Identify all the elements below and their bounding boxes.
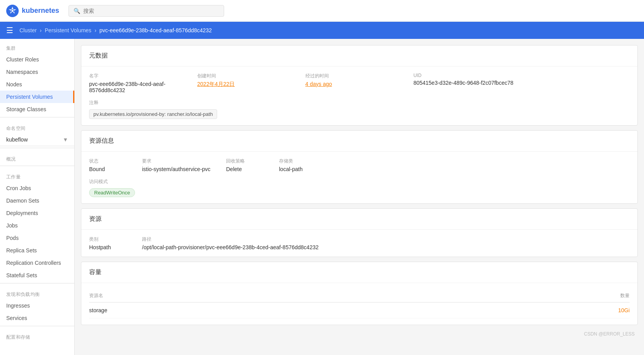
sidebar-item-daemon-sets[interactable]: Daemon Sets: [0, 194, 74, 207]
namespace-value: kubeflow: [6, 136, 28, 143]
created-value[interactable]: 2022年4月22日: [197, 81, 305, 88]
main-layout: 集群 Cluster Roles Namespaces Nodes Persis…: [0, 39, 644, 355]
resource-info-body: 状态 Bound 要求 istio-system/authservice-pvc…: [81, 152, 637, 203]
access-mode-section: 访问模式 ReadWriteOnce: [89, 178, 630, 197]
access-mode-label: 访问模式: [89, 178, 630, 185]
capacity-card: 容量 资源名 数量 storage 10Gi: [81, 262, 638, 325]
sidebar-item-ingresses[interactable]: Ingresses: [0, 299, 74, 312]
reclaim-label: 回收策略: [226, 158, 273, 164]
annotation-chip: pv.kubernetes.io/provisioned-by: rancher…: [89, 109, 217, 119]
sidebar-item-replication-controllers[interactable]: Replication Controllers: [0, 257, 74, 269]
resource-name-col: 资源名: [89, 289, 420, 303]
discovery-section-label: 发现和负载均衡: [0, 285, 74, 299]
sidebar-item-cron-jobs[interactable]: Cron Jobs: [0, 182, 74, 194]
config-section-label: 配置和存储: [0, 328, 74, 342]
svg-point-2: [12, 10, 14, 12]
type-label: 类别: [89, 236, 136, 243]
namespace-section-label: 命名空间: [0, 119, 74, 133]
sidebar-item-storage-classes[interactable]: Storage Classes: [0, 103, 74, 115]
logo: kubernetes: [6, 5, 59, 17]
sidebar-item-deployments[interactable]: Deployments: [0, 207, 74, 219]
created-label: 创建时间: [197, 73, 305, 79]
breadcrumb-sep-2: ›: [95, 27, 97, 33]
claim-value: istio-system/authservice-pvc: [142, 166, 220, 172]
annotation-label: 注释: [89, 100, 630, 106]
sidebar-item-namespaces[interactable]: Namespaces: [0, 66, 74, 78]
age-label: 经过的时间: [305, 73, 414, 79]
metadata-grid: 名字 pvc-eee66d9e-238b-4ced-aeaf-8576dd8c4…: [89, 73, 630, 93]
age-field: 经过的时间 4 days ago: [305, 73, 414, 93]
sidebar-divider-4: [0, 283, 74, 283]
path-field: 路径 /opt/local-path-provisioner/pvc-eee66…: [142, 236, 630, 250]
sidebar-item-jobs[interactable]: Jobs: [0, 219, 74, 232]
path-label: 路径: [142, 236, 630, 243]
name-value: pvc-eee66d9e-238b-4ced-aeaf-8576dd8c4232: [89, 81, 197, 93]
sidebar-item-persistent-volumes[interactable]: Persistent Volumes: [0, 91, 74, 103]
workload-section-label: 工作量: [0, 168, 74, 182]
sidebar-divider-5: [0, 326, 74, 326]
claim-label: 要求: [142, 158, 220, 164]
resource-info-card: 资源信息 状态 Bound 要求 istio-system/authservic…: [81, 130, 638, 204]
type-field: 类别 Hostpath: [89, 236, 136, 250]
sidebar-item-cluster-roles[interactable]: Cluster Roles: [0, 53, 74, 66]
search-icon: 🔍: [74, 8, 80, 14]
access-mode-chip: ReadWriteOnce: [89, 188, 135, 197]
sidebar-divider-1: [0, 117, 74, 117]
reclaim-field: 回收策略 Delete: [226, 158, 273, 172]
uid-value: 805415e3-d32e-489c-9648-f2c07fbcec78: [413, 80, 630, 86]
breadcrumb-bar: ☰ Cluster › Persistent Volumes › pvc-eee…: [0, 22, 644, 39]
sidebar-item-replica-sets[interactable]: Replica Sets: [0, 244, 74, 257]
capacity-table-header: 资源名 数量: [89, 289, 630, 303]
search-input[interactable]: [83, 8, 219, 14]
breadcrumb-sep-1: ›: [40, 27, 42, 33]
menu-icon[interactable]: ☰: [6, 26, 13, 35]
table-row: storage 10Gi: [89, 303, 630, 318]
type-value: Hostpath: [89, 244, 136, 250]
created-field: 创建时间 2022年4月22日: [197, 73, 305, 93]
metadata-body: 名字 pvc-eee66d9e-238b-4ced-aeaf-8576dd8c4…: [81, 66, 637, 125]
metadata-title: 元数据: [81, 45, 637, 66]
reclaim-value: Delete: [226, 166, 273, 172]
content-area: 元数据 名字 pvc-eee66d9e-238b-4ced-aeaf-8576d…: [75, 39, 644, 355]
search-box[interactable]: 🔍: [68, 5, 224, 17]
storage-class-label: 存储类: [279, 158, 337, 164]
storage-class-value: local-path: [279, 166, 337, 172]
resource-quantity-cell: 10Gi: [420, 303, 630, 318]
age-value[interactable]: 4 days ago: [305, 81, 414, 87]
breadcrumb-current: pvc-eee66d9e-238b-4ced-aeaf-8576dd8c4232: [100, 27, 212, 33]
name-field: 名字 pvc-eee66d9e-238b-4ced-aeaf-8576dd8c4…: [89, 73, 197, 93]
capacity-title: 容量: [81, 262, 637, 283]
logo-text: kubernetes: [22, 7, 59, 15]
status-label: 状态: [89, 158, 136, 164]
name-label: 名字: [89, 73, 197, 79]
overview-section-label: 概况: [0, 150, 74, 164]
resource-info-title: 资源信息: [81, 131, 637, 152]
annotation-section: 注释 pv.kubernetes.io/provisioned-by: ranc…: [89, 100, 630, 119]
status-value: Bound: [89, 166, 136, 172]
claim-field: 要求 istio-system/authservice-pvc: [142, 158, 220, 172]
source-title: 资源: [81, 209, 637, 230]
sidebar-item-services[interactable]: Services: [0, 312, 74, 324]
status-field: 状态 Bound: [89, 158, 136, 172]
resource-name-cell: storage: [89, 303, 420, 318]
kubernetes-logo-icon: [6, 5, 19, 17]
topbar: kubernetes 🔍: [0, 0, 644, 22]
source-card: 资源 类别 Hostpath 路径 /opt/local-path-provis…: [81, 208, 638, 257]
capacity-table-body: storage 10Gi: [89, 303, 630, 318]
namespace-selector[interactable]: kubeflow ▼: [0, 133, 74, 146]
sidebar-item-pods[interactable]: Pods: [0, 232, 74, 244]
sidebar-divider-3: [0, 166, 74, 166]
source-grid: 类别 Hostpath 路径 /opt/local-path-provision…: [89, 236, 630, 250]
chevron-down-icon: ▼: [63, 136, 68, 143]
breadcrumb-cluster[interactable]: Cluster: [19, 27, 37, 33]
sidebar-item-nodes[interactable]: Nodes: [0, 78, 74, 91]
storage-class-field: 存储类 local-path: [279, 158, 337, 172]
path-value: /opt/local-path-provisioner/pvc-eee66d9e…: [142, 244, 630, 250]
uid-field: UID 805415e3-d32e-489c-9648-f2c07fbcec78: [413, 73, 630, 93]
watermark: CSDN @ERROR_LESS: [81, 330, 638, 338]
breadcrumb-persistent-volumes[interactable]: Persistent Volumes: [45, 27, 91, 33]
uid-label: UID: [413, 73, 630, 78]
sidebar-divider-2: [0, 148, 74, 148]
sidebar-item-stateful-sets[interactable]: Stateful Sets: [0, 269, 74, 282]
sidebar: 集群 Cluster Roles Namespaces Nodes Persis…: [0, 39, 75, 355]
